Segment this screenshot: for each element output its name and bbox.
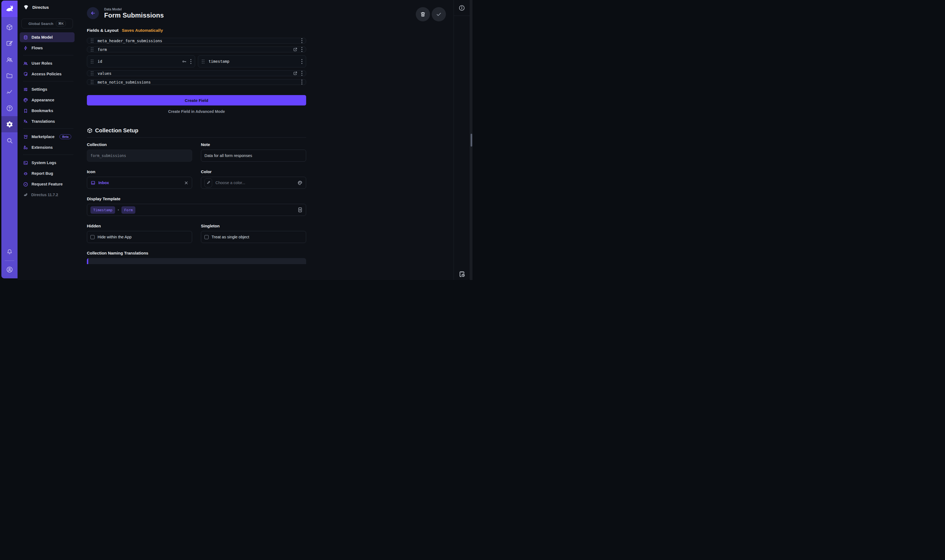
rabbit-icon	[5, 4, 14, 14]
sidebar-item-bookmarks[interactable]: Bookmarks	[20, 106, 75, 115]
users-icon	[23, 61, 28, 66]
hidden-checkbox-label: Hide within the App	[98, 235, 132, 239]
sidebar-item-request-feature[interactable]: Request Feature	[20, 179, 75, 189]
sidebar-item-extensions[interactable]: Extensions	[20, 143, 75, 152]
kebab-menu-icon[interactable]	[301, 59, 303, 64]
module-help[interactable]	[2, 100, 17, 116]
sidebar-info-section	[454, 0, 470, 16]
save-button[interactable]	[432, 7, 446, 22]
palette-icon	[23, 97, 28, 103]
open-relation-icon[interactable]	[293, 71, 298, 76]
icon-value: Inbox	[99, 180, 109, 185]
breadcrumb[interactable]: Data Model	[104, 8, 164, 11]
edit-icon	[6, 40, 13, 47]
search-icon	[6, 137, 14, 145]
sidebar-item-label: User Roles	[32, 61, 52, 66]
hidden-toggle[interactable]: Hide within the App	[87, 231, 192, 243]
drag-handle-icon[interactable]	[91, 47, 94, 52]
scrollbar-thumb[interactable]	[471, 134, 472, 146]
collection-label: Collection	[87, 142, 192, 147]
drag-handle-icon[interactable]	[202, 59, 205, 64]
note-input[interactable]: Data for all form responses	[201, 149, 306, 162]
hidden-checkbox[interactable]	[91, 235, 95, 239]
kebab-menu-icon[interactable]	[301, 47, 303, 52]
saves-automatically-hint: Saves Automatically	[122, 28, 163, 33]
account-circle-icon	[6, 266, 14, 274]
icon-input[interactable]: Inbox	[87, 177, 192, 189]
singleton-checkbox[interactable]	[205, 235, 209, 239]
project-header[interactable]: Directus	[17, 0, 77, 14]
collection-setup-form: Collection form_submissions Note Data fo…	[87, 142, 306, 264]
kebab-menu-icon[interactable]	[301, 38, 303, 43]
drag-handle-icon[interactable]	[91, 59, 94, 64]
module-insights[interactable]	[2, 84, 17, 100]
sidebar-item-translations[interactable]: Translations	[20, 117, 75, 126]
drag-handle-icon[interactable]	[91, 80, 94, 85]
color-label: Color	[201, 169, 306, 174]
sidebar-item-report-bug[interactable]: Report Bug	[20, 169, 75, 178]
field-row-form[interactable]: form	[87, 46, 306, 52]
singleton-toggle[interactable]: Treat as single object	[201, 231, 306, 243]
page-header: Data Model Form Submissions	[87, 7, 306, 19]
create-field-button[interactable]: Create Field	[87, 95, 306, 106]
module-content[interactable]	[2, 19, 17, 35]
drag-handle-icon[interactable]	[91, 38, 94, 43]
sidebar-item-settings[interactable]: Settings	[20, 85, 75, 94]
sidebar-item-label: Marketplace	[32, 134, 55, 139]
field-name: meta_header_form_submissions	[98, 38, 162, 43]
field-row-id[interactable]: id	[87, 55, 195, 68]
module-settings[interactable]	[2, 116, 17, 132]
global-search-input[interactable]: Global Search ⌘K	[22, 18, 73, 29]
kebab-menu-icon[interactable]	[301, 80, 303, 85]
create-field-advanced-link[interactable]: Create Field in Advanced Mode	[87, 109, 306, 114]
sidebar-item-label: Flows	[32, 46, 43, 50]
naming-translations-widget[interactable]	[87, 258, 306, 264]
user-account-button[interactable]	[2, 262, 17, 277]
field-row-timestamp[interactable]: timestamp	[198, 55, 306, 68]
sidebar-item-marketplace[interactable]: Marketplace Beta	[20, 132, 75, 142]
sidebar-item-flows[interactable]: Flows	[20, 43, 75, 53]
sidebar-item-label: Settings	[32, 87, 47, 91]
sidebar-item-user-roles[interactable]: User Roles	[20, 58, 75, 68]
palette-icon[interactable]	[297, 180, 303, 186]
kebab-menu-icon[interactable]	[301, 71, 303, 76]
clear-icon-button[interactable]	[184, 180, 189, 185]
color-input[interactable]: Choose a color...	[201, 177, 306, 189]
info-icon[interactable]	[458, 5, 465, 11]
main-area: Data Model Form Submissions Fields & Lay…	[77, 0, 454, 280]
global-search-placeholder: Global Search	[29, 22, 54, 26]
field-name: meta_notice_submissions	[98, 80, 151, 85]
kebab-menu-icon[interactable]	[190, 59, 192, 64]
sidebar-item-access-policies[interactable]: Access Policies	[20, 69, 75, 79]
module-files[interactable]	[2, 68, 17, 84]
scrollbar-track[interactable]	[470, 0, 472, 280]
template-chip-form[interactable]: Form	[122, 206, 135, 214]
add-field-icon[interactable]	[298, 207, 303, 212]
open-relation-icon[interactable]	[293, 47, 298, 52]
database-icon	[23, 35, 28, 40]
module-users[interactable]	[2, 51, 17, 68]
field-row-meta-notice[interactable]: meta_notice_submissions	[87, 79, 306, 85]
display-template-input[interactable]: Timestamp • Form	[87, 204, 306, 216]
people-icon	[6, 56, 14, 63]
sidebar-item-appearance[interactable]: Appearance	[20, 95, 75, 105]
module-search[interactable]	[2, 132, 17, 149]
back-button[interactable]	[87, 7, 99, 19]
field-row-values[interactable]: values	[87, 71, 306, 76]
clipboard-clock-icon[interactable]	[458, 271, 466, 278]
notifications-button[interactable]	[2, 244, 17, 260]
field-row-meta-header[interactable]: meta_header_form_submissions	[87, 38, 306, 43]
drag-handle-icon[interactable]	[91, 71, 94, 75]
insights-icon	[6, 88, 14, 96]
delete-collection-button[interactable]	[416, 7, 430, 22]
sidebar-item-data-model[interactable]: Data Model	[20, 32, 75, 42]
bolt-icon	[23, 46, 28, 51]
color-swatch-button[interactable]	[205, 178, 212, 188]
template-chip-timestamp[interactable]: Timestamp	[91, 206, 115, 214]
field-name: form	[98, 48, 107, 52]
sidebar-item-system-logs[interactable]: System Logs	[20, 158, 75, 168]
module-editor[interactable]	[2, 35, 17, 51]
color-field: Color Choose a color...	[201, 169, 306, 189]
directus-rabbit-logo[interactable]	[2, 0, 17, 17]
collection-field: Collection form_submissions	[87, 142, 192, 162]
